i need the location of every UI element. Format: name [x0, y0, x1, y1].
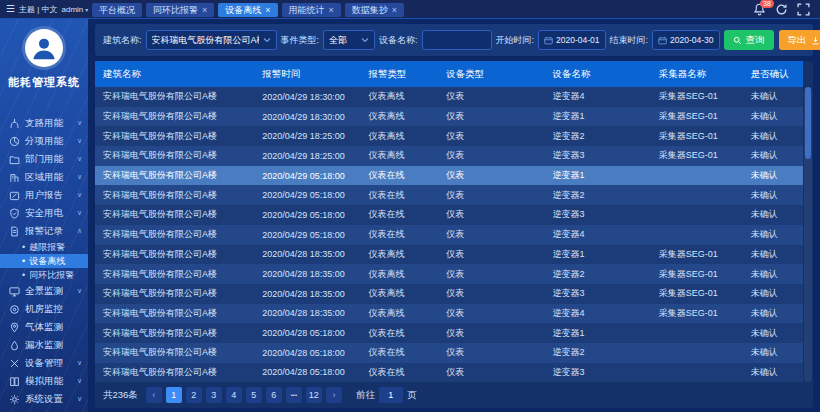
- calendar-icon: [658, 36, 667, 45]
- end-date-picker[interactable]: 2020-04-30: [652, 30, 719, 50]
- table-row[interactable]: 安科瑞电气股份有限公司A楼2020/04/28 05:18:00仪表在线仪表逆变…: [95, 363, 803, 382]
- body-row: 能耗管理系统 支路用能∨分项用能∨部门用能∨区域用能∨用户报告∨安全用电∨报警记…: [0, 18, 820, 412]
- sidebar-subitem-limit-alarm[interactable]: •越限报警: [0, 240, 88, 254]
- table-cell: 未确认: [743, 126, 803, 146]
- table-cell: 2020/04/29 18:30:00: [254, 107, 360, 127]
- start-date-picker[interactable]: 2020-04-01: [538, 30, 605, 50]
- table-cell: 逆变器3: [545, 363, 651, 382]
- goto-page-input[interactable]: [379, 387, 403, 403]
- sidebar-item-department-energy[interactable]: 部门用能∨: [0, 150, 88, 168]
- sidebar-item-subitem-energy[interactable]: 分项用能∨: [0, 132, 88, 150]
- sidebar-item-panorama-monitor[interactable]: 全景监测∨: [0, 282, 88, 300]
- event-type-select[interactable]: 全部: [323, 30, 375, 50]
- table-cell: 仪表: [438, 205, 544, 225]
- tab-yoy-alarm[interactable]: 同环比报警×: [146, 3, 214, 17]
- table-row[interactable]: 安科瑞电气股份有限公司A楼2020/04/29 05:18:00仪表在线仪表逆变…: [95, 205, 803, 225]
- page-button-1[interactable]: 1: [166, 387, 182, 403]
- table-row[interactable]: 安科瑞电气股份有限公司A楼2020/04/29 18:25:00仪表离线仪表逆变…: [95, 146, 803, 166]
- chevron-down-icon: ∨: [77, 287, 82, 295]
- page-button-6[interactable]: 6: [266, 387, 282, 403]
- prev-page-button[interactable]: ‹: [146, 387, 162, 403]
- page-button-3[interactable]: 3: [206, 387, 222, 403]
- refresh-icon[interactable]: [775, 3, 788, 16]
- sidebar-subitem-yoy-alarm[interactable]: •同环比报警: [0, 268, 88, 282]
- hamburger-icon[interactable]: ☰: [6, 4, 15, 14]
- page-button-12[interactable]: 12: [306, 387, 322, 403]
- table-row[interactable]: 安科瑞电气股份有限公司A楼2020/04/28 18:35:00仪表离线仪表逆变…: [95, 245, 803, 265]
- table-row[interactable]: 安科瑞电气股份有限公司A楼2020/04/29 05:18:00仪表在线仪表逆变…: [95, 166, 803, 186]
- sidebar-item-device-mgmt[interactable]: 设备管理∨: [0, 354, 88, 372]
- alarm-table: 建筑名称报警时间报警类型设备类型设备名称采集器名称是否确认 安科瑞电气股份有限公…: [95, 61, 803, 382]
- table-row[interactable]: 安科瑞电气股份有限公司A楼2020/04/29 05:18:00仪表在线仪表逆变…: [95, 225, 803, 245]
- sidebar-item-gas-monitor[interactable]: 气体监测: [0, 318, 88, 336]
- tab-data-reading[interactable]: 数据集抄×: [345, 3, 404, 17]
- close-icon[interactable]: ×: [202, 6, 207, 15]
- table-cell: 逆变器2: [545, 126, 651, 146]
- table-cell: 未确认: [743, 166, 803, 186]
- chevron-down-icon: ∨: [77, 191, 82, 199]
- sidebar-subitem-device-offline[interactable]: •设备离线: [0, 254, 88, 268]
- table-row[interactable]: 安科瑞电气股份有限公司A楼2020/04/29 18:30:00仪表离线仪表逆变…: [95, 87, 803, 107]
- table-row[interactable]: 安科瑞电气股份有限公司A楼2020/04/29 18:30:00仪表离线仪表逆变…: [95, 107, 803, 127]
- sidebar-item-simulation-energy[interactable]: 模拟用能∨: [0, 372, 88, 390]
- table-row[interactable]: 安科瑞电气股份有限公司A楼2020/04/28 05:18:00仪表在线仪表逆变…: [95, 343, 803, 363]
- tab-energy-stats[interactable]: 用能统计×: [282, 3, 341, 17]
- fullscreen-icon[interactable]: [797, 3, 810, 16]
- vertical-scrollbar[interactable]: [804, 87, 812, 382]
- table-cell: 仪表: [438, 166, 544, 186]
- table-cell: 未确认: [743, 205, 803, 225]
- table-cell: [651, 205, 743, 225]
- close-icon[interactable]: ×: [265, 6, 270, 15]
- table-cell: 逆变器3: [545, 146, 651, 166]
- close-icon[interactable]: ×: [329, 6, 334, 15]
- tab-label: 平台概况: [99, 4, 135, 17]
- table-row[interactable]: 安科瑞电气股份有限公司A楼2020/04/28 05:18:00仪表在线仪表逆变…: [95, 323, 803, 343]
- table-cell: 仪表在线: [360, 185, 438, 205]
- table-cell: 逆变器2: [545, 343, 651, 363]
- sidebar-item-alarm-records[interactable]: 报警记录∧: [0, 222, 88, 240]
- sidebar-item-user-report[interactable]: 用户报告∨: [0, 186, 88, 204]
- table-cell: [651, 363, 743, 382]
- table-cell: 2020/04/29 18:25:00: [254, 146, 360, 166]
- sidebar-item-room-monitor[interactable]: 机房监控: [0, 300, 88, 318]
- user-menu[interactable]: admin ▾: [62, 5, 89, 14]
- table-cell: [651, 225, 743, 245]
- table-cell: 2020/04/29 05:18:00: [254, 185, 360, 205]
- export-button[interactable]: 导出: [779, 30, 820, 50]
- table-cell: [651, 343, 743, 363]
- table-cell: 仪表: [438, 284, 544, 304]
- table-cell: 安科瑞电气股份有限公司A楼: [95, 323, 254, 343]
- close-icon[interactable]: ×: [392, 6, 397, 15]
- tab-device-offline[interactable]: 设备离线×: [218, 3, 277, 17]
- page-button-2[interactable]: 2: [186, 387, 202, 403]
- table-row[interactable]: 安科瑞电气股份有限公司A楼2020/04/28 18:35:00仪表离线仪表逆变…: [95, 304, 803, 324]
- sidebar-item-branch-energy[interactable]: 支路用能∨: [0, 114, 88, 132]
- next-page-button[interactable]: ›: [326, 387, 342, 403]
- table-row[interactable]: 安科瑞电气股份有限公司A楼2020/04/28 18:35:00仪表离线仪表逆变…: [95, 264, 803, 284]
- sidebar-item-leak-monitor[interactable]: 漏水监测: [0, 336, 88, 354]
- page-button-5[interactable]: 5: [246, 387, 262, 403]
- sidebar-item-area-energy[interactable]: 区域用能∨: [0, 168, 88, 186]
- theme-language-switcher[interactable]: 主题 | 中文: [19, 4, 58, 15]
- page-button-4[interactable]: 4: [226, 387, 242, 403]
- table-cell: 采集器SEG-01: [651, 284, 743, 304]
- ellipsis-pages-button[interactable]: •••: [286, 387, 302, 403]
- search-button[interactable]: 查询: [724, 30, 774, 50]
- filter-buttons: 查询 导出: [724, 30, 820, 50]
- tab-platform-overview[interactable]: 平台概况: [92, 3, 142, 17]
- table-cell: 安科瑞电气股份有限公司A楼: [95, 205, 254, 225]
- bell-icon[interactable]: 38: [753, 3, 766, 16]
- device-name-input[interactable]: [422, 30, 492, 50]
- table-row[interactable]: 安科瑞电气股份有限公司A楼2020/04/29 18:25:00仪表离线仪表逆变…: [95, 126, 803, 146]
- sidebar-item-system-settings[interactable]: 系统设置∨: [0, 390, 88, 408]
- table-row[interactable]: 安科瑞电气股份有限公司A楼2020/04/28 18:35:00仪表离线仪表逆变…: [95, 284, 803, 304]
- building-select[interactable]: 安科瑞电气股份有限公司A楼: [146, 30, 277, 50]
- sidebar-item-safe-power[interactable]: 安全用电∨: [0, 204, 88, 222]
- table-cell: 逆变器3: [545, 284, 651, 304]
- notification-badge: 38: [760, 0, 774, 8]
- table-cell: 逆变器2: [545, 185, 651, 205]
- topbar-left: ☰ 主题 | 中文 admin ▾: [0, 4, 88, 15]
- table-header-row: 建筑名称报警时间报警类型设备类型设备名称采集器名称是否确认: [95, 61, 803, 87]
- table-row[interactable]: 安科瑞电气股份有限公司A楼2020/04/29 05:18:00仪表在线仪表逆变…: [95, 185, 803, 205]
- scrollbar-thumb[interactable]: [805, 87, 811, 159]
